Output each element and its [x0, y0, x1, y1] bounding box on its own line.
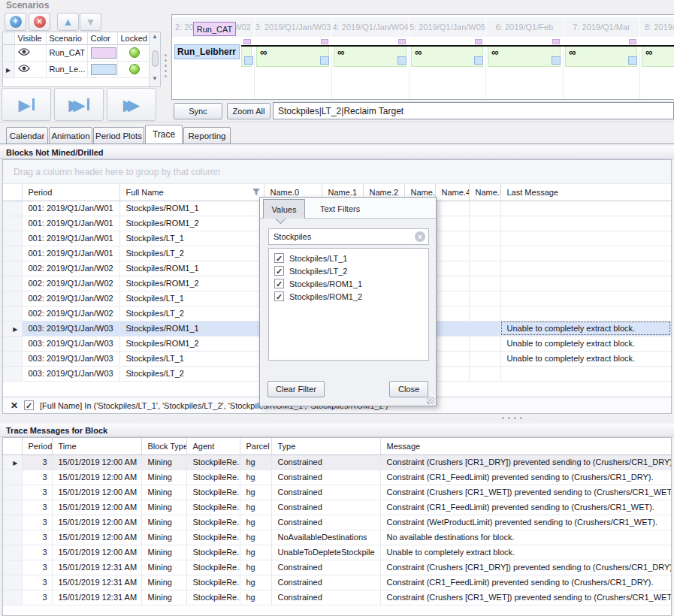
remove-filter-icon[interactable]: ✕: [11, 400, 18, 411]
gantt-bar[interactable]: [334, 47, 407, 67]
table-row[interactable]: 315/01/2019 12:00 AMMiningStockpileRe...…: [3, 530, 671, 545]
scenarios-scrollbar[interactable]: ▲ ▼: [149, 32, 160, 86]
checkbox-checked[interactable]: ✓: [274, 253, 284, 263]
table-row[interactable]: 315/01/2019 12:31 AMMiningStockpileRe...…: [3, 590, 671, 605]
scrollbar-thumb[interactable]: [152, 50, 159, 67]
section-splitter-handle[interactable]: [502, 417, 522, 419]
table-row[interactable]: 315/01/2019 12:31 AMMiningStockpileRe...…: [3, 575, 671, 590]
checkbox-checked[interactable]: ✓: [274, 266, 284, 276]
table-row[interactable]: 315/01/2019 12:31 AMMiningStockpileRe...…: [3, 560, 671, 575]
list-item[interactable]: ✓Stockpiles/LT_1: [269, 252, 428, 264]
column-header-time[interactable]: Time: [52, 438, 141, 454]
scenario-color-cell[interactable]: [87, 61, 117, 77]
series-path-input[interactable]: Stockpiles|LT_2|Reclaim Target: [273, 102, 674, 119]
column-header-locked[interactable]: Locked: [117, 32, 149, 44]
gantt-period-header: 7: 2019/Q1/Mar: [564, 17, 639, 37]
move-down-button[interactable]: ▼: [80, 13, 101, 31]
filter-search-input[interactable]: Stockpiles ×: [268, 228, 429, 245]
run-cat-period-marker[interactable]: [321, 39, 328, 44]
filter-icon[interactable]: [252, 189, 261, 196]
table-row[interactable]: 315/01/2019 12:00 AMMiningStockpileRe...…: [3, 500, 671, 515]
run-cat-period-marker[interactable]: [475, 39, 482, 44]
run-leibherr-period-marker[interactable]: [244, 56, 253, 65]
column-header-period[interactable]: Period: [22, 184, 119, 201]
clear-search-icon[interactable]: ×: [415, 231, 425, 242]
column-header-name4[interactable]: Name.4: [435, 184, 469, 201]
filter-enabled-checkbox[interactable]: ✓: [24, 400, 34, 410]
column-header-block-type[interactable]: Block Type: [141, 438, 186, 454]
scroll-down-icon[interactable]: ▼: [150, 74, 160, 83]
visibility-toggle[interactable]: [14, 44, 46, 61]
column-header-period[interactable]: Period: [22, 438, 52, 454]
scenario-row[interactable]: Run_CAT: [3, 44, 149, 61]
table-row[interactable]: 315/01/2019 12:00 AMMiningStockpileRe...…: [3, 545, 671, 560]
color-swatch[interactable]: [91, 47, 116, 59]
run-leibherr-period-marker[interactable]: [474, 56, 483, 65]
column-header-name5[interactable]: Name.5: [469, 184, 500, 201]
resize-grip[interactable]: [427, 397, 434, 404]
scenario-locked-cell[interactable]: [117, 61, 149, 77]
tab-trace[interactable]: Trace: [145, 125, 183, 144]
list-item[interactable]: ✓Stockpiles/ROM1_2: [269, 290, 428, 303]
list-item[interactable]: ✓Stockpiles/LT_2: [269, 264, 428, 277]
column-header-message[interactable]: Message: [380, 438, 671, 454]
run-leibherr-period-marker[interactable]: [628, 56, 637, 65]
scenario-name[interactable]: Run_CAT: [46, 44, 87, 61]
step-forward-button[interactable]: ▶: [2, 88, 51, 121]
list-item[interactable]: ✓Stockpiles/ROM1_1: [269, 277, 428, 290]
scenario-locked-cell[interactable]: [117, 44, 149, 61]
column-header-type[interactable]: Type: [271, 438, 380, 454]
close-button[interactable]: Close: [389, 381, 428, 397]
tab-period-plots[interactable]: Period Plots: [93, 127, 144, 144]
checkbox-checked[interactable]: ✓: [274, 279, 284, 288]
run-cat-period-marker[interactable]: [552, 39, 560, 44]
run-cat-label[interactable]: Run_CAT: [193, 22, 236, 36]
table-row[interactable]: 315/01/2019 12:00 AMMiningStockpileRe...…: [3, 515, 671, 530]
run-cat-period-marker[interactable]: [398, 39, 406, 44]
zoom-all-button[interactable]: Zoom All: [227, 103, 271, 119]
delete-scenario-button[interactable]: ✕: [29, 13, 50, 31]
run-cat-period-marker[interactable]: [629, 39, 636, 44]
run-leibherr-period-marker[interactable]: [320, 56, 329, 65]
run-leibherr-label[interactable]: Run_Leibherr: [174, 44, 240, 59]
scenario-name[interactable]: Run_Le...: [46, 61, 87, 77]
tab-animation[interactable]: Animation: [49, 127, 92, 144]
color-swatch[interactable]: [91, 64, 116, 75]
column-header-visible[interactable]: Visible: [14, 32, 46, 44]
skip-to-end-button[interactable]: ▶▶: [54, 88, 104, 121]
scenario-row[interactable]: ▶ Run_Le...: [3, 61, 149, 77]
gantt-bar[interactable]: [565, 47, 637, 67]
column-header-last-message[interactable]: Last Message: [500, 184, 671, 201]
run-leibherr-period-marker[interactable]: [397, 56, 407, 65]
gantt-bar[interactable]: [488, 47, 561, 67]
sync-button[interactable]: Sync: [174, 103, 222, 119]
scenario-color-cell[interactable]: [87, 44, 117, 61]
table-row[interactable]: 315/01/2019 12:00 AMMiningStockpileRe...…: [3, 485, 671, 500]
filter-tab-text-filters[interactable]: Text Filters: [313, 199, 367, 219]
group-by-area[interactable]: Drag a column header here to group by th…: [3, 160, 671, 184]
gantt-bar[interactable]: [411, 47, 483, 67]
checkbox-checked[interactable]: ✓: [274, 291, 284, 301]
column-header-parcel[interactable]: Parcel: [240, 438, 271, 454]
scroll-up-icon[interactable]: ▲: [150, 32, 160, 41]
visibility-toggle[interactable]: [14, 61, 46, 77]
run-cat-period-marker[interactable]: [243, 39, 251, 44]
add-scenario-button[interactable]: +: [5, 13, 26, 31]
table-row[interactable]: 315/01/2019 12:00 AMMiningStockpileRe...…: [3, 470, 671, 485]
column-header-agent[interactable]: Agent: [186, 438, 240, 454]
move-up-button[interactable]: ▲: [57, 13, 79, 31]
infinity-icon: ∞: [415, 47, 422, 57]
tab-calendar[interactable]: Calendar: [6, 127, 48, 144]
panel-splitter-handle[interactable]: [165, 51, 167, 80]
clear-filter-button[interactable]: Clear Filter: [267, 381, 325, 397]
column-header-full-name[interactable]: Full Name: [119, 184, 264, 201]
column-header-scenario[interactable]: Scenario: [46, 32, 87, 44]
filter-tab-values[interactable]: Values: [263, 199, 305, 219]
table-row-selected[interactable]: ▶315/01/2019 12:00 AMMiningStockpileRe..…: [3, 454, 671, 470]
column-header-color[interactable]: Color: [87, 32, 117, 44]
fast-forward-button[interactable]: ▶▶: [107, 88, 156, 121]
gantt-bar[interactable]: [256, 47, 329, 67]
scenario-gantt-chart[interactable]: 2: 2019/Q1/Jan/W02 3: 2019/Q1/Jan/W03 4:…: [171, 14, 674, 100]
tab-reporting[interactable]: Reporting: [183, 127, 231, 144]
run-leibherr-period-marker[interactable]: [552, 56, 561, 65]
